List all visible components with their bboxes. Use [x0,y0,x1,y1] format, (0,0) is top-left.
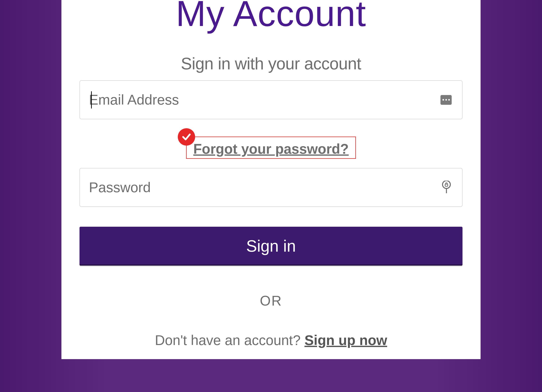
page-title: My Account [80,0,462,34]
or-divider-label: OR [80,293,462,309]
signup-prefix: Don't have an account? [155,332,304,348]
sign-up-link[interactable]: Sign up now [304,332,387,348]
forgot-password-row: Forgot your password? [80,141,462,164]
autofill-icon[interactable] [440,95,452,105]
signup-row: Don't have an account? Sign up now [80,332,462,348]
svg-rect-3 [445,184,448,186]
email-input[interactable] [80,81,462,119]
annotation-highlight-box [186,137,356,159]
text-cursor [91,91,92,108]
password-input[interactable] [80,168,462,207]
sign-in-button[interactable]: Sign in [80,227,462,266]
password-field-group [80,168,462,207]
checkmark-icon [178,128,195,146]
email-field-group [80,81,462,119]
login-card: My Account Sign in with your account For… [61,0,481,359]
svg-point-2 [442,181,450,188]
password-manager-icon[interactable] [441,181,452,194]
svg-point-4 [446,192,447,193]
page-subtitle: Sign in with your account [80,54,462,73]
